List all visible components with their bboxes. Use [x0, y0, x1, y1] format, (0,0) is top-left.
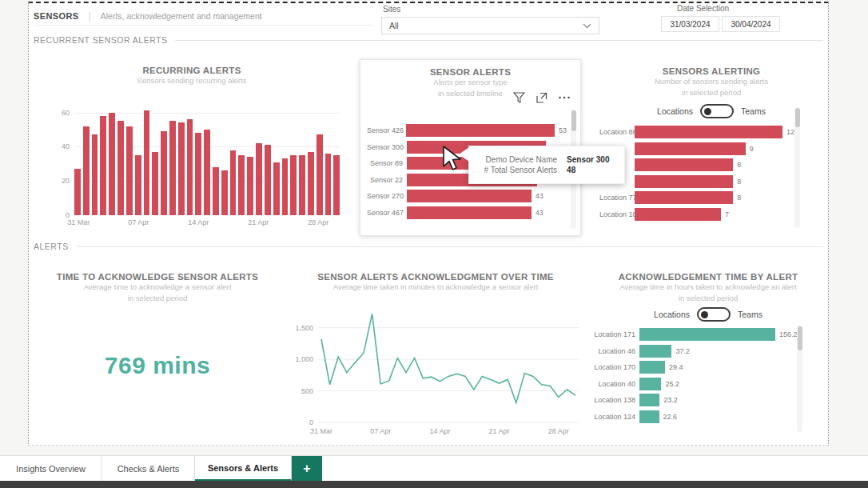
bar-row: 9 [599, 142, 809, 155]
horizontal-bar[interactable] [635, 208, 721, 221]
tooltip-label: Demo Device Name [484, 155, 558, 164]
horizontal-bar[interactable] [407, 206, 532, 219]
toggle-label-locations[interactable]: Locations [657, 106, 693, 116]
toggle-label-teams[interactable]: Teams [738, 310, 762, 319]
horizontal-bar[interactable] [639, 394, 659, 406]
column-bar[interactable] [152, 152, 158, 215]
scrollbar-track[interactable] [797, 325, 802, 432]
bar-row: Location 171156.2 [591, 328, 801, 341]
sites-selected-value: All [389, 21, 399, 30]
column-bar[interactable] [273, 162, 280, 215]
tab-checks-alerts[interactable]: Checks & Alerts [102, 456, 195, 482]
column-bar[interactable] [83, 126, 90, 215]
column-bar[interactable] [317, 134, 323, 215]
horizontal-bar[interactable] [635, 158, 733, 171]
column-bar[interactable] [109, 113, 115, 215]
date-to-input[interactable]: 30/04/2024 [722, 16, 780, 32]
horizontal-bar[interactable] [635, 126, 782, 138]
bar-value-label: 25.2 [665, 380, 679, 388]
horizontal-bar[interactable] [407, 190, 532, 202]
column-bar[interactable] [169, 121, 176, 215]
chart-title: SENSORS ALERTING [593, 66, 830, 76]
tooltip: Demo Device Name Sensor 300 # Total Sens… [468, 146, 625, 184]
column-bar[interactable] [290, 155, 297, 215]
toggle-label-teams[interactable]: Teams [741, 106, 766, 116]
y-axis-tick-label: 1,500 [285, 324, 313, 332]
acknowledgement-time-panel: ACKNOWLEDGEMENT TIME BY ALERT Average ti… [587, 262, 830, 445]
x-axis-tick-label: 14 Apr [429, 427, 450, 435]
column-bar[interactable] [308, 152, 314, 215]
horizontal-bar[interactable] [639, 361, 665, 374]
add-page-button[interactable]: + [292, 456, 322, 482]
bar-category-label: Sensor 467 [367, 209, 407, 217]
scrollbar-thumb[interactable] [571, 110, 576, 131]
tooltip-value: Sensor 300 [567, 155, 609, 164]
chart-subtitle: Average time taken in minutes to acknowl… [280, 282, 591, 293]
bar-value-label: 156.2 [779, 330, 798, 338]
section-recurrent-sensor-alerts: RECURRENT SENSOR ALERTS [34, 35, 823, 45]
column-bar[interactable] [204, 130, 210, 215]
column-bar[interactable] [135, 155, 141, 215]
column-bar[interactable] [256, 143, 262, 215]
sites-dropdown[interactable]: All [381, 17, 599, 34]
horizontal-bar[interactable] [635, 191, 733, 204]
column-bar[interactable] [92, 134, 98, 215]
tab-sensors-alerts[interactable]: Sensors & Alerts [195, 456, 292, 482]
chart-title: TIME TO ACKNOWLEDGE SENSOR ALERTS [33, 272, 282, 282]
y-axis-tick-label: 60 [50, 109, 70, 117]
bar-row: 8 [599, 158, 809, 171]
column-bar[interactable] [161, 131, 167, 215]
column-bar[interactable] [195, 133, 201, 215]
page-title: SENSORS [34, 11, 79, 21]
filter-icon[interactable] [513, 92, 525, 103]
column-bar[interactable] [74, 169, 81, 215]
column-bar[interactable] [187, 119, 193, 215]
scrollbar-thumb[interactable] [798, 326, 802, 350]
horizontal-bar[interactable] [639, 378, 661, 390]
horizontal-bar[interactable] [406, 124, 555, 137]
column-bar[interactable] [221, 170, 228, 215]
horizontal-bar[interactable] [635, 142, 746, 155]
date-from-input[interactable]: 31/03/2024 [661, 16, 719, 32]
tab-insights-overview[interactable]: Insights Overview [0, 456, 102, 482]
acknowledgment-over-time-panel: SENSOR ALERTS ACKNOWLEDGMENT OVER TIME A… [280, 262, 591, 445]
column-bar[interactable] [213, 167, 219, 215]
kpi-value: 769 mins [33, 352, 282, 379]
column-bar[interactable] [247, 157, 253, 215]
chart-subtitle: in selected period [587, 293, 830, 304]
column-bar[interactable] [299, 155, 305, 215]
column-bar[interactable] [238, 155, 245, 215]
column-bar[interactable] [333, 155, 340, 215]
status-bar [0, 481, 868, 488]
locations-teams-toggle[interactable] [700, 104, 734, 118]
horizontal-bar[interactable] [639, 410, 659, 423]
sites-label: Sites [383, 5, 600, 14]
more-options-icon[interactable] [558, 92, 571, 103]
column-bar[interactable] [144, 110, 150, 215]
horizontal-bar[interactable] [635, 175, 733, 188]
popout-icon[interactable] [536, 92, 547, 103]
toggle-label-locations[interactable]: Locations [654, 310, 690, 319]
column-bar[interactable] [230, 150, 237, 215]
section-title: ALERTS [34, 242, 69, 251]
column-bar[interactable] [265, 145, 271, 215]
horizontal-bar[interactable] [639, 328, 775, 341]
chart-subtitle: Average time in hours taken to acknowled… [587, 282, 830, 293]
horizontal-bar[interactable] [639, 345, 671, 358]
column-bar[interactable] [117, 121, 124, 215]
line-plot [318, 309, 579, 424]
column-bar[interactable] [325, 154, 332, 215]
bar-category-label: Location 105 [599, 210, 635, 218]
column-bar[interactable] [126, 126, 133, 215]
bar-value-label: 8 [737, 194, 741, 202]
bar-value-label: 43 [536, 209, 543, 217]
locations-teams-toggle[interactable] [697, 307, 731, 322]
recurring-alerts-panel: RECURRING ALERTS Sensors sending recurri… [33, 56, 351, 238]
column-bar[interactable] [178, 122, 185, 215]
line-series[interactable] [321, 314, 575, 402]
scrollbar-thumb[interactable] [795, 108, 800, 127]
scrollbar-track[interactable] [794, 107, 800, 228]
chart-title: RECURRING ALERTS [33, 66, 351, 75]
column-bar[interactable] [282, 158, 289, 215]
column-bar[interactable] [100, 116, 106, 215]
